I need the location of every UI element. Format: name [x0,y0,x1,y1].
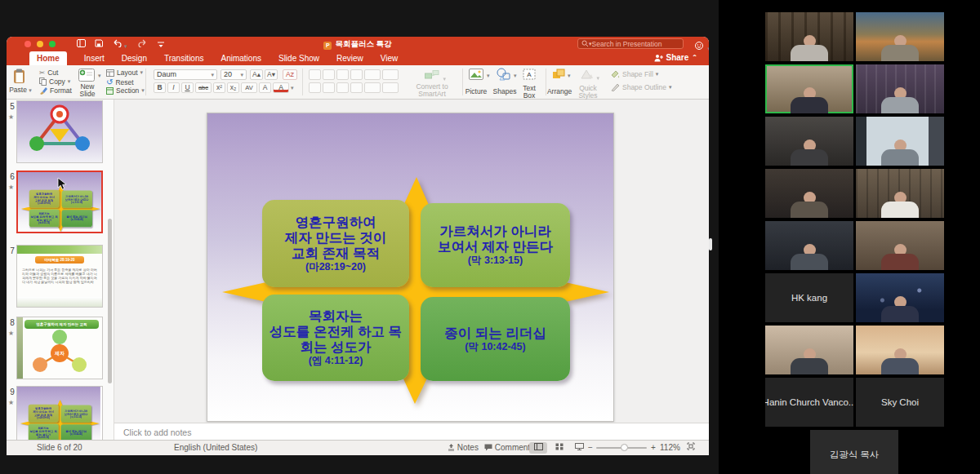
shapes-icon[interactable] [497,68,511,84]
thumbnail-slide-8[interactable]: 영혼구원하여 제자 만드는 교회 제자 [16,317,103,379]
clear-formatting-button[interactable]: A𝗓 [283,69,297,80]
participant-video-tile-active-speaker[interactable] [765,64,853,113]
tab-animations[interactable]: Animations [221,54,261,63]
align-text-button[interactable] [382,82,399,93]
decrease-indent-button[interactable] [336,69,349,80]
bullets-button[interactable] [309,69,321,80]
new-slide-button[interactable]: New Slide [74,83,101,98]
zoom-out-button[interactable]: − [588,443,593,452]
participant-name-tile[interactable]: HK kang [765,273,853,322]
new-slide-caret[interactable]: ▾ [98,73,101,79]
font-size-select[interactable]: 20▾ [220,69,247,80]
paste-icon[interactable] [13,69,26,87]
columns-button[interactable] [364,82,381,93]
slideshow-view-button[interactable] [570,442,588,454]
character-spacing-button[interactable]: AV [241,82,257,93]
thumbnail-slide-9[interactable]: 영혼구원하여제자 만드는 것이교회 존재 목적(마28:19~20) 가르쳐서가… [16,386,103,440]
subscript-button[interactable]: x₂ [227,82,239,93]
participant-video-tile[interactable] [856,12,944,61]
justify-button[interactable] [350,82,363,93]
font-color-button[interactable]: A [273,82,289,93]
zoom-panel-divider-handle[interactable] [709,238,712,250]
tab-view[interactable]: View [381,54,399,63]
tab-slide-show[interactable]: Slide Show [278,54,319,63]
fit-slide-button[interactable] [682,442,700,454]
tab-home[interactable]: Home [29,51,67,65]
participant-video-tile[interactable] [856,117,944,166]
search-input[interactable] [592,40,679,48]
align-right-button[interactable] [336,82,349,93]
slide-box-pastor-role[interactable]: 목회자는성도를 온전케 하고 목회는 성도가(엡 4:11-12) [262,295,409,381]
participant-name-tile[interactable]: Hanin Church Vanco... [765,378,853,427]
share-button[interactable]: Share ⌃ [654,53,698,62]
thumbnail-slide-7[interactable]: 마태복음 28:19-20 그러므로 너희는 가서 모든 민족을 제자로 삼아 … [16,245,103,308]
picture-icon[interactable] [469,69,483,83]
language-indicator[interactable]: English (United States) [174,443,257,452]
arrange-icon[interactable] [552,69,565,83]
participant-video-tile[interactable] [856,64,944,113]
arrange-caret[interactable]: ▾ [568,73,571,79]
font-color-caret[interactable]: ▾ [291,82,294,93]
zoom-slider-knob[interactable] [621,444,628,451]
reset-button[interactable]: ↺ Reset [106,78,134,86]
participant-video-tile[interactable] [765,117,853,166]
section-button[interactable]: Section ▾ [106,86,145,95]
underline-button[interactable]: U [181,82,194,93]
slide-canvas[interactable]: 영혼구원하여제자 만드는 것이교회 존재 목적(마28:19~20) 가르쳐서가… [207,113,614,422]
paste-button[interactable]: Paste ▾ [8,86,33,94]
italic-button[interactable]: I [167,82,180,93]
cut-button[interactable]: ✂Cut [39,69,58,77]
align-center-button[interactable] [323,82,335,93]
increase-indent-button[interactable] [350,69,363,80]
slide-sorter-view-button[interactable] [550,442,568,454]
participant-name-tile[interactable]: Sky Choi [856,378,944,427]
picture-button[interactable]: Picture [462,88,490,95]
participant-video-tile[interactable] [856,221,944,270]
text-box-icon[interactable]: A [523,69,536,83]
participant-video-tile[interactable] [856,273,944,322]
search-box[interactable]: ▾ [577,38,684,49]
tab-insert[interactable]: Insert [84,54,105,63]
zoom-percentage[interactable]: 112% [660,443,680,452]
align-left-button[interactable] [309,82,321,93]
format-painter-button[interactable]: Format [39,86,72,95]
tab-transitions[interactable]: Transitions [164,54,204,63]
strikethrough-button[interactable]: abc [195,82,212,93]
tab-design[interactable]: Design [122,54,147,63]
text-effects-button[interactable]: A [259,82,271,93]
notes-toggle[interactable]: Notes [448,443,479,452]
slide-box-servant-leadership[interactable]: 종이 되는 리더십(막 10:42-45) [421,297,570,381]
shapes-caret[interactable]: ▾ [514,73,517,79]
picture-caret[interactable]: ▾ [487,73,490,79]
normal-view-button[interactable] [529,442,547,454]
tab-review[interactable]: Review [336,54,363,63]
notes-pane[interactable]: Click to add notes [114,423,709,440]
participant-video-tile[interactable] [856,169,944,218]
bold-button[interactable]: B [154,82,166,93]
participant-video-tile[interactable] [856,326,944,374]
slide-box-church-purpose[interactable]: 영혼구원하여제자 만드는 것이교회 존재 목적(마28:19~20) [262,200,409,287]
decrease-font-button[interactable]: A▾ [265,69,278,80]
feedback-smiley-icon[interactable]: ▾ [694,39,709,49]
copy-button[interactable]: Copy ▾ [39,78,70,86]
numbering-button[interactable] [323,69,335,80]
text-box-button[interactable]: Text Box [518,85,541,100]
line-spacing-button[interactable] [364,69,381,80]
participant-video-tile[interactable] [765,221,853,270]
collapse-ribbon-caret[interactable]: ⌃ [692,54,697,61]
participant-video-tile[interactable] [765,326,853,374]
arrange-button[interactable]: Arrange [544,88,575,95]
comments-toggle[interactable]: Comments [484,443,534,452]
superscript-button[interactable]: x² [213,82,225,93]
zoom-in-button[interactable]: + [651,443,656,452]
participant-name-tile[interactable]: 김광식 목사 [810,430,898,474]
font-name-select[interactable]: Daum▾ [154,69,217,80]
text-direction-button[interactable] [382,69,399,80]
layout-button[interactable]: Layout ▾ [106,69,143,77]
participant-video-tile[interactable] [765,12,853,61]
thumbnail-slide-5[interactable] [16,100,103,163]
thumbnail-scrollbar[interactable] [108,219,112,383]
slide-box-show-disciples[interactable]: 가르쳐서가 아니라보여서 제자 만든다(막 3:13-15) [421,203,570,287]
shapes-button[interactable]: Shapes [490,88,519,95]
increase-font-button[interactable]: A▴ [250,69,263,80]
